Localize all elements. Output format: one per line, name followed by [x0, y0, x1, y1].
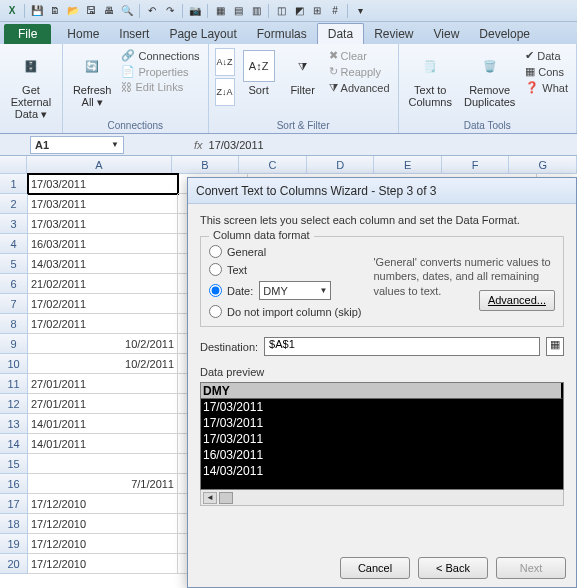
- cell[interactable]: 17/02/2011: [28, 294, 178, 314]
- qat-open-icon[interactable]: 📂: [65, 3, 81, 19]
- radio-skip[interactable]: Do not import column (skip): [209, 305, 362, 318]
- col-header-a[interactable]: A: [27, 156, 172, 174]
- properties-button[interactable]: 📄Properties: [119, 64, 201, 79]
- cell[interactable]: 17/03/2011: [28, 214, 178, 234]
- select-all-corner[interactable]: [0, 156, 27, 174]
- sort-desc-button[interactable]: Z↓A: [215, 78, 235, 106]
- data-validation-button[interactable]: ✔Data: [523, 48, 570, 63]
- tab-review[interactable]: Review: [364, 24, 423, 44]
- qat-undo-icon[interactable]: ↶: [144, 3, 160, 19]
- col-header-e[interactable]: E: [374, 156, 442, 174]
- row-header[interactable]: 2: [0, 194, 28, 214]
- row-header[interactable]: 9: [0, 334, 28, 354]
- cell[interactable]: 16/03/2011: [28, 234, 178, 254]
- row-header[interactable]: 18: [0, 514, 28, 534]
- qat-save2-icon[interactable]: 🖫: [83, 3, 99, 19]
- row-header[interactable]: 19: [0, 534, 28, 554]
- row-header[interactable]: 5: [0, 254, 28, 274]
- sort-asc-button[interactable]: A↓Z: [215, 48, 235, 76]
- tab-developer[interactable]: Develope: [469, 24, 540, 44]
- cell[interactable]: 7/1/2011: [28, 474, 178, 494]
- name-box[interactable]: A1 ▼: [30, 136, 124, 154]
- radio-text[interactable]: Text: [209, 263, 362, 276]
- tab-data[interactable]: Data: [317, 23, 364, 44]
- cell[interactable]: 17/03/2011: [28, 174, 178, 194]
- qat-save-icon[interactable]: 💾: [29, 3, 45, 19]
- row-header[interactable]: 7: [0, 294, 28, 314]
- back-button[interactable]: < Back: [418, 557, 488, 579]
- cell[interactable]: 27/01/2011: [28, 374, 178, 394]
- connections-button[interactable]: 🔗Connections: [119, 48, 201, 63]
- qat-misc5-icon[interactable]: ◩: [291, 3, 307, 19]
- cell[interactable]: 14/01/2011: [28, 434, 178, 454]
- preview-col-header[interactable]: DMY: [201, 383, 563, 399]
- row-header[interactable]: 4: [0, 234, 28, 254]
- cell[interactable]: 10/2/2011: [28, 354, 178, 374]
- cancel-button[interactable]: Cancel: [340, 557, 410, 579]
- radio-general[interactable]: General: [209, 245, 362, 258]
- sort-button[interactable]: A↕Z Sort: [239, 48, 279, 98]
- col-header-d[interactable]: D: [307, 156, 375, 174]
- date-format-select[interactable]: DMY ▼: [259, 281, 331, 300]
- cell[interactable]: 17/02/2011: [28, 314, 178, 334]
- qat-misc2-icon[interactable]: ▤: [230, 3, 246, 19]
- filter-button[interactable]: ⧩ Filter: [283, 48, 323, 98]
- cell[interactable]: 14/03/2011: [28, 254, 178, 274]
- cell[interactable]: 17/03/2011: [28, 194, 178, 214]
- cell[interactable]: 21/02/2011: [28, 274, 178, 294]
- preview-scrollbar[interactable]: ◄: [200, 490, 564, 506]
- qat-misc4-icon[interactable]: ◫: [273, 3, 289, 19]
- row-header[interactable]: 11: [0, 374, 28, 394]
- tab-view[interactable]: View: [424, 24, 470, 44]
- destination-input[interactable]: $A$1: [264, 337, 540, 356]
- refresh-all-button[interactable]: 🔄 RefreshAll ▾: [69, 48, 116, 110]
- tab-formulas[interactable]: Formulas: [247, 24, 317, 44]
- range-picker-icon[interactable]: ▦: [546, 337, 564, 356]
- file-tab[interactable]: File: [4, 24, 51, 44]
- col-header-c[interactable]: C: [239, 156, 307, 174]
- cell[interactable]: 17/12/2010: [28, 514, 178, 534]
- cell[interactable]: 17/12/2010: [28, 554, 178, 574]
- row-header[interactable]: 13: [0, 414, 28, 434]
- consolidate-button[interactable]: ▦Cons: [523, 64, 570, 79]
- row-header[interactable]: 20: [0, 554, 28, 574]
- get-external-data-button[interactable]: 🗄️ Get ExternalData ▾: [6, 48, 56, 122]
- row-header[interactable]: 10: [0, 354, 28, 374]
- scroll-left-icon[interactable]: ◄: [203, 492, 217, 504]
- cell[interactable]: [28, 454, 178, 474]
- remove-duplicates-button[interactable]: 🗑️ RemoveDuplicates: [460, 48, 519, 110]
- text-to-columns-button[interactable]: 🗒️ Text toColumns: [405, 48, 456, 110]
- qat-new-icon[interactable]: 🗎: [47, 3, 63, 19]
- tab-insert[interactable]: Insert: [109, 24, 159, 44]
- qat-misc7-icon[interactable]: #: [327, 3, 343, 19]
- qat-misc3-icon[interactable]: ▥: [248, 3, 264, 19]
- row-header[interactable]: 3: [0, 214, 28, 234]
- row-header[interactable]: 6: [0, 274, 28, 294]
- row-header[interactable]: 17: [0, 494, 28, 514]
- edit-links-button[interactable]: ⛓Edit Links: [119, 80, 201, 94]
- fx-icon[interactable]: fx: [194, 139, 203, 151]
- cell[interactable]: 17/12/2010: [28, 494, 178, 514]
- clear-button[interactable]: ✖Clear: [327, 48, 392, 63]
- tab-page-layout[interactable]: Page Layout: [159, 24, 246, 44]
- tab-home[interactable]: Home: [57, 24, 109, 44]
- cell[interactable]: 14/01/2011: [28, 414, 178, 434]
- advanced-button[interactable]: Advanced...: [479, 290, 555, 311]
- scroll-thumb[interactable]: [219, 492, 233, 504]
- row-header[interactable]: 15: [0, 454, 28, 474]
- formula-value[interactable]: 17/03/2011: [209, 139, 264, 151]
- whatif-button[interactable]: ❓What: [523, 80, 570, 95]
- qat-redo-icon[interactable]: ↷: [162, 3, 178, 19]
- advanced-button[interactable]: ⧩Advanced: [327, 80, 392, 95]
- col-header-f[interactable]: F: [442, 156, 510, 174]
- reapply-button[interactable]: ↻Reapply: [327, 64, 392, 79]
- qat-camera-icon[interactable]: 📷: [187, 3, 203, 19]
- next-button[interactable]: Next: [496, 557, 566, 579]
- cell[interactable]: 27/01/2011: [28, 394, 178, 414]
- cell[interactable]: 17/12/2010: [28, 534, 178, 554]
- cell[interactable]: 10/2/2011: [28, 334, 178, 354]
- qat-print-icon[interactable]: 🖶: [101, 3, 117, 19]
- col-header-b[interactable]: B: [172, 156, 240, 174]
- row-header[interactable]: 8: [0, 314, 28, 334]
- qat-dropdown-icon[interactable]: ▾: [352, 3, 368, 19]
